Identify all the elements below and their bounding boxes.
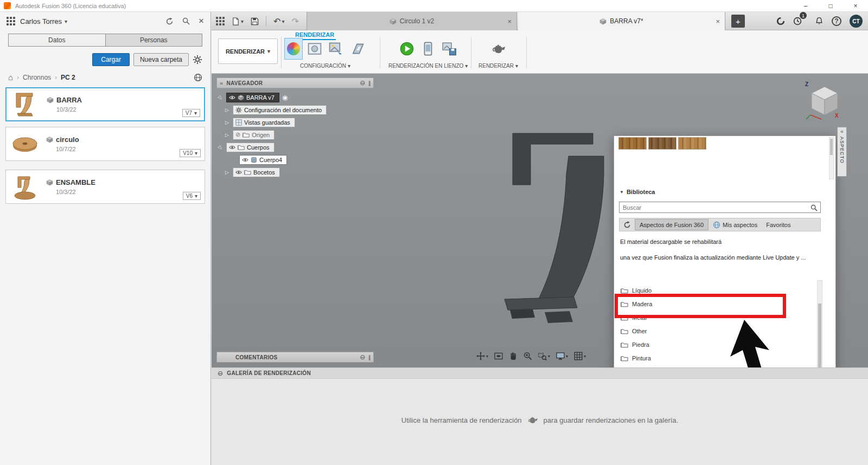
new-document-tab-button[interactable]: +	[731, 15, 745, 28]
category-pintura[interactable]: Pintura	[619, 351, 817, 365]
expand-icon[interactable]: ▷	[216, 93, 225, 101]
expand-icon[interactable]: ▷	[224, 107, 230, 113]
grid-settings-button[interactable]: ▾	[574, 352, 586, 360]
scrollbar[interactable]	[817, 280, 822, 367]
bell-icon[interactable]	[815, 17, 824, 25]
collapse-panel-icon[interactable]: «	[220, 80, 223, 86]
minimize-panel-icon[interactable]: ⊖	[218, 370, 223, 377]
pan-button[interactable]	[509, 352, 518, 360]
breadcrumb-folder[interactable]: PC 2	[61, 74, 75, 81]
close-button[interactable]: ×	[843, 0, 868, 11]
search-input[interactable]	[620, 204, 810, 211]
look-at-button[interactable]	[494, 352, 503, 360]
redo-button[interactable]: ↷	[291, 16, 298, 27]
notification-center[interactable]: 1	[793, 17, 807, 25]
activate-component-icon[interactable]: ◉	[282, 94, 288, 101]
capture-image-button[interactable]	[440, 38, 458, 60]
appearance-tool-button[interactable]	[284, 38, 303, 60]
zoom-window-button[interactable]: ▾	[538, 352, 550, 360]
group-label-configuracion[interactable]: CONFIGURACIÓN▾	[300, 63, 350, 69]
globe-icon[interactable]	[194, 73, 202, 82]
panel-handle-icon[interactable]: ∥	[368, 354, 371, 360]
minimize-panel-icon[interactable]: ⊖	[360, 353, 365, 361]
breadcrumb-project[interactable]: Chronnos	[23, 74, 51, 81]
aspecto-side-tab[interactable]: « ASPECTO	[837, 127, 847, 177]
collapse-panel-icon[interactable]: «	[840, 128, 844, 134]
tab-favoritos[interactable]: Favoritos	[762, 219, 795, 230]
refresh-icon[interactable]	[623, 221, 631, 229]
zoom-button[interactable]	[524, 352, 532, 360]
expand-icon[interactable]: ▷	[224, 132, 230, 138]
document-tab-circulo[interactable]: Circulo 1 v2 ×	[307, 12, 517, 30]
expand-icon[interactable]: ▷	[224, 170, 230, 175]
tab-personas[interactable]: Personas	[105, 34, 202, 46]
texture-map-button[interactable]	[348, 38, 366, 60]
home-icon[interactable]: ⌂	[8, 73, 13, 82]
file-card-barra[interactable]: BARRA 10/3/22 V7▾	[5, 87, 205, 121]
tree-row-origen[interactable]: ▷ ⊘ Origen	[216, 128, 327, 141]
workspace-dropdown-button[interactable]: RENDERIZAR▾	[218, 38, 278, 64]
visibility-icon[interactable]	[242, 157, 248, 163]
group-label-renderizar[interactable]: RENDERIZAR▾	[478, 63, 518, 69]
settings-gear-icon[interactable]	[193, 55, 202, 64]
display-settings-button[interactable]: ▾	[556, 352, 568, 360]
tree-row-doc-settings[interactable]: ▷ Configuración del documento	[216, 104, 327, 116]
save-icon[interactable]	[251, 17, 259, 25]
tree-row-root[interactable]: ▷ BARRA v7 ◉	[216, 91, 327, 104]
minimize-button[interactable]: –	[793, 0, 818, 11]
version-dropdown[interactable]: V6▾	[183, 192, 201, 200]
tab-datos[interactable]: Datos	[9, 34, 105, 46]
group-label-lienzo[interactable]: RENDERIZACIÓN EN LIENZO▾	[388, 63, 468, 69]
tab-aspectos-fusion[interactable]: Aspectos de Fusion 360	[635, 219, 709, 230]
document-tab-barra[interactable]: BARRA v7* ×	[518, 12, 725, 30]
maximize-button[interactable]: □	[818, 0, 843, 11]
visibility-icon[interactable]	[235, 169, 242, 176]
refresh-icon[interactable]	[165, 17, 174, 25]
render-device-button[interactable]	[419, 38, 437, 60]
app-launcher-icon[interactable]	[216, 17, 225, 25]
tree-row-bocetos[interactable]: ▷ Bocetos	[216, 166, 327, 178]
upload-button[interactable]: Cargar	[92, 53, 130, 66]
job-status-icon[interactable]	[776, 17, 785, 25]
help-icon[interactable]: ?	[832, 16, 841, 26]
tree-row-saved-views[interactable]: ▷ Vistas guardadas	[216, 116, 327, 128]
user-avatar[interactable]: CT	[850, 15, 863, 28]
view-cube[interactable]: Z X	[804, 81, 844, 124]
minimize-panel-icon[interactable]: ⊖	[360, 79, 365, 87]
category-piedra[interactable]: Piedra	[619, 338, 817, 351]
wood-swatch[interactable]	[678, 137, 706, 150]
visibility-icon[interactable]	[229, 144, 235, 151]
decal-button[interactable]	[327, 38, 345, 60]
close-panel-icon[interactable]: ×	[199, 16, 204, 27]
scrollbar[interactable]	[829, 137, 834, 179]
file-card-circulo[interactable]: circulo 10/7/22 V10▾	[5, 127, 205, 161]
panel-handle-icon[interactable]: ∥	[368, 80, 371, 86]
team-name[interactable]: Carlos Torres	[20, 17, 62, 25]
version-dropdown[interactable]: V7▾	[182, 109, 200, 117]
chevron-down-icon[interactable]: ▾	[65, 18, 67, 24]
undo-button[interactable]: ↶▾	[273, 16, 284, 27]
render-button[interactable]	[489, 38, 508, 60]
scene-settings-button[interactable]	[305, 38, 324, 60]
orbit-button[interactable]: ▾	[476, 352, 488, 360]
visibility-icon[interactable]	[229, 94, 235, 101]
file-card-ensamble[interactable]: ENSAMBLE 10/3/22 V6▾	[5, 170, 205, 204]
visibility-off-icon[interactable]: ⊘	[235, 131, 240, 138]
render-gallery-header[interactable]: ⊖ GALERÍA DE RENDERIZACIÓN	[212, 367, 868, 379]
expand-icon[interactable]: ▷	[224, 120, 230, 125]
file-menu-button[interactable]: ▾	[232, 17, 244, 25]
version-dropdown[interactable]: V10▾	[180, 149, 201, 157]
close-tab-icon[interactable]: ×	[716, 17, 720, 25]
category-other[interactable]: Other	[619, 324, 817, 338]
tree-row-cuerpo4[interactable]: Cuerpo4	[216, 153, 327, 166]
search-icon[interactable]	[810, 203, 818, 212]
tab-mis-aspectos[interactable]: Mis aspectos	[709, 219, 762, 230]
team-switcher-icon[interactable]	[7, 17, 15, 25]
model-body[interactable]	[499, 130, 613, 331]
expand-icon[interactable]: ▷	[216, 143, 225, 151]
new-folder-button[interactable]: Nueva carpeta	[133, 53, 189, 66]
comments-header[interactable]: COMENTARIOS ⊖ ∥	[216, 352, 374, 363]
search-icon[interactable]	[182, 17, 190, 25]
library-section-header[interactable]: ▼ Biblioteca	[620, 189, 655, 195]
tree-row-cuerpos[interactable]: ▷ Cuerpos	[216, 141, 327, 153]
